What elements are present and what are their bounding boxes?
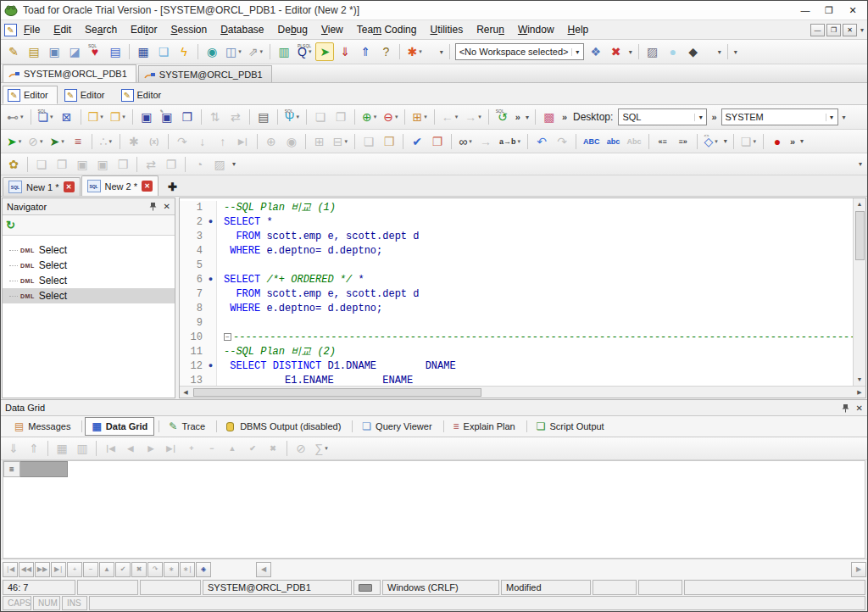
schema-combo[interactable]: SYSTEM▾	[721, 108, 838, 125]
save-icon[interactable]: ▣	[137, 108, 156, 126]
vertical-scroll-thumb[interactable]	[855, 211, 865, 260]
grid-scroll-left-icon[interactable]: ◀	[256, 562, 271, 577]
menu-database[interactable]: Database	[214, 22, 270, 37]
menu-file[interactable]: File	[17, 22, 47, 37]
project-manager-icon[interactable]: ▦	[134, 42, 153, 61]
menu-window[interactable]: Window	[511, 22, 561, 37]
results-tab-script-output[interactable]: ❏Script Output	[530, 417, 611, 436]
code-snippets-icon[interactable]: ❏	[154, 42, 173, 61]
fold-collapse-icon[interactable]: −	[224, 333, 231, 341]
chevron-down-icon[interactable]: ▾	[571, 48, 583, 56]
chevron-down-icon[interactable]: ▾	[238, 48, 242, 55]
session-browser-icon[interactable]: ▣	[45, 42, 64, 61]
execute-icon[interactable]: ➤	[315, 42, 334, 61]
horizontal-scrollbar[interactable]: ◀ ▶	[180, 386, 865, 398]
new-editor-icon[interactable]: ✎	[4, 42, 23, 61]
chevron-down-icon[interactable]: ▾	[518, 138, 521, 145]
horizontal-scroll-thumb[interactable]	[193, 388, 481, 397]
connection-tab[interactable]: SYSTEM@ORCL_PDB1	[3, 64, 136, 82]
toolbar-overflow-caret[interactable]: ▾	[440, 48, 443, 56]
mdi-overflow-caret[interactable]: ▾	[860, 26, 864, 34]
misc-toolbar-caret[interactable]: ▾	[232, 160, 236, 168]
check-out-icon[interactable]: ⇑	[356, 42, 375, 61]
undo-icon[interactable]: ↶	[532, 132, 551, 151]
minimize-button[interactable]: —	[799, 5, 811, 16]
mdi-minimize-button[interactable]: —	[810, 24, 825, 36]
menu-utilities[interactable]: Utilities	[423, 22, 470, 37]
connection-tab[interactable]: SYSTEM@ORCL_PDB1	[138, 65, 272, 82]
menu-edit[interactable]: Edit	[47, 22, 78, 37]
feedback-icon[interactable]: ●	[664, 42, 682, 61]
replace-icon[interactable]: a→b▾	[497, 132, 523, 151]
workspace-caret[interactable]: ▾	[629, 48, 632, 56]
refresh-icon[interactable]: ↻	[6, 219, 15, 231]
navigator-close-icon[interactable]: ✕	[164, 202, 170, 211]
workspace-combo[interactable]: <No Workspace selected>▾	[455, 43, 584, 60]
record-macro-icon[interactable]: ●	[768, 132, 787, 151]
grid-scroll-right-icon[interactable]: ▶	[851, 562, 866, 577]
schema-browser-icon[interactable]: ▤	[25, 42, 43, 61]
add-item-icon[interactable]: ⊕▾	[359, 108, 379, 126]
explain-plan-button-icon[interactable]: ≡	[69, 132, 87, 151]
record-nav-button[interactable]: ∣◀	[3, 562, 18, 577]
results-tab-explain-plan[interactable]: ≡Explain Plan	[447, 417, 522, 436]
chevron-down-icon[interactable]: ▾	[108, 138, 112, 145]
remove-workspace-icon[interactable]: ✖	[607, 42, 626, 61]
configure-icon[interactable]: ✱▾	[404, 42, 424, 61]
record-nav-button[interactable]: ◈	[196, 562, 211, 577]
document-tab[interactable]: SQLNew 1 *✕	[3, 177, 81, 196]
open-external-icon[interactable]: ⇗▾	[246, 42, 265, 61]
tree-item-dml-select[interactable]: DMLSelect	[3, 288, 175, 303]
format-code-icon[interactable]: <>◇▾	[702, 132, 721, 151]
menu-help[interactable]: Help	[561, 22, 596, 37]
file-toolbar-chevron[interactable]: »	[515, 112, 520, 122]
mdi-restore-button[interactable]: ❐	[826, 24, 841, 36]
menu-debug[interactable]: Debug	[271, 22, 314, 37]
menu-search[interactable]: Search	[78, 22, 124, 37]
record-nav-button[interactable]: ∗∣	[180, 562, 195, 577]
menu-view[interactable]: View	[314, 22, 350, 37]
record-nav-button[interactable]: ↷	[147, 562, 163, 577]
outdent-icon[interactable]: «≡	[654, 132, 672, 151]
sql-recall-icon[interactable]: SQL↺	[493, 108, 512, 126]
scroll-left-icon[interactable]: ◀	[180, 389, 192, 396]
chevron-down-icon[interactable]: ▾	[715, 138, 718, 145]
schema-caret[interactable]: ▾	[843, 114, 846, 121]
find-icon[interactable]: ∞▾	[456, 132, 475, 151]
chevron-down-icon[interactable]: ▾	[50, 114, 53, 120]
chevron-down-icon[interactable]: ▾	[455, 114, 459, 120]
pin-icon[interactable]	[149, 202, 157, 211]
toad-world-icon[interactable]: ◆	[684, 42, 703, 61]
object-search-icon[interactable]: ◉	[203, 42, 221, 61]
check-in-icon[interactable]: ⇓	[336, 42, 354, 61]
chevron-down-icon[interactable]: ▾	[344, 138, 348, 145]
record-nav-button[interactable]: ▶▶	[35, 562, 50, 577]
chevron-down-icon[interactable]: ▾	[309, 48, 312, 55]
print-icon[interactable]: ▤	[254, 108, 273, 126]
chevron-down-icon[interactable]: ▾	[753, 138, 756, 145]
mdi-close-button[interactable]: ✕	[843, 24, 857, 36]
record-nav-button[interactable]: ✔	[115, 562, 131, 577]
describe-objects-icon[interactable]: ▤	[106, 42, 125, 61]
scroll-up-icon[interactable]: ▲	[857, 198, 863, 210]
results-tab-trace[interactable]: ✎Trace	[162, 417, 212, 436]
pin-icon[interactable]	[842, 403, 849, 413]
record-nav-button[interactable]: ◀◀	[19, 562, 34, 577]
record-nav-button[interactable]: −	[83, 562, 98, 577]
file-toolbar-caret[interactable]: ▾	[526, 114, 529, 121]
format-caret[interactable]: ▾	[724, 137, 727, 145]
chevron-down-icon[interactable]: ▾	[19, 138, 22, 145]
save-workspace-icon[interactable]: ❖	[587, 42, 605, 61]
results-tab-data-grid[interactable]: ▦Data Grid	[85, 417, 154, 436]
results-close-icon[interactable]: ✕	[856, 403, 863, 413]
remove-item-icon[interactable]: ⊖▾	[381, 108, 400, 126]
results-tab-messages[interactable]: ▤Messages	[8, 417, 77, 436]
scroll-down-icon[interactable]: ▼	[857, 374, 863, 386]
scroll-right-icon[interactable]: ▶	[854, 389, 865, 396]
chevron-down-icon[interactable]: ▾	[325, 445, 328, 452]
record-nav-button[interactable]: ▶∣	[51, 562, 66, 577]
record-nav-button[interactable]: +	[67, 562, 82, 577]
team-coding-config-icon[interactable]: ▥	[275, 42, 293, 61]
uppercase-icon[interactable]: ABC	[581, 132, 603, 151]
record-nav-button[interactable]: ✖	[131, 562, 147, 577]
